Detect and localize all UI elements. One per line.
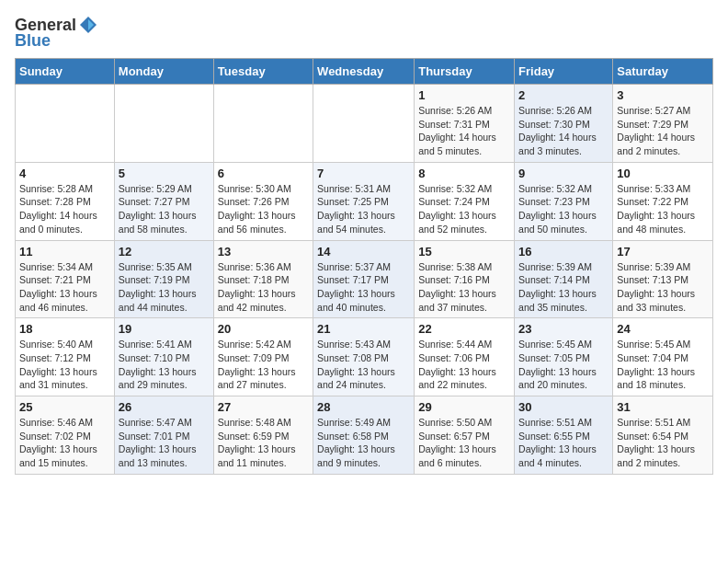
day-info: Sunrise: 5:37 AM Sunset: 7:17 PM Dayligh… (317, 260, 410, 315)
day-number: 1 (418, 88, 510, 102)
day-number: 18 (19, 322, 110, 336)
calendar-cell: 5Sunrise: 5:29 AM Sunset: 7:27 PM Daylig… (114, 162, 213, 240)
day-info: Sunrise: 5:43 AM Sunset: 7:08 PM Dayligh… (317, 338, 410, 392)
logo: General Blue (15, 15, 98, 51)
day-info: Sunrise: 5:31 AM Sunset: 7:25 PM Dayligh… (317, 182, 410, 236)
day-info: Sunrise: 5:38 AM Sunset: 7:16 PM Dayligh… (418, 260, 510, 315)
day-number: 29 (418, 400, 510, 414)
calendar-header-row: SundayMondayTuesdayWednesdayThursdayFrid… (16, 59, 713, 85)
calendar-cell: 15Sunrise: 5:38 AM Sunset: 7:16 PM Dayli… (415, 240, 515, 318)
day-number: 28 (317, 400, 410, 414)
calendar-cell: 16Sunrise: 5:39 AM Sunset: 7:14 PM Dayli… (515, 240, 613, 318)
day-info: Sunrise: 5:51 AM Sunset: 6:54 PM Dayligh… (617, 416, 709, 470)
day-info: Sunrise: 5:50 AM Sunset: 6:57 PM Dayligh… (418, 416, 510, 470)
day-info: Sunrise: 5:34 AM Sunset: 7:21 PM Dayligh… (19, 260, 110, 315)
calendar-cell: 27Sunrise: 5:48 AM Sunset: 6:59 PM Dayli… (213, 396, 313, 475)
calendar-cell: 7Sunrise: 5:31 AM Sunset: 7:25 PM Daylig… (313, 162, 415, 240)
calendar-cell: 24Sunrise: 5:45 AM Sunset: 7:04 PM Dayli… (613, 318, 713, 396)
calendar-cell: 6Sunrise: 5:30 AM Sunset: 7:26 PM Daylig… (213, 162, 313, 240)
day-info: Sunrise: 5:44 AM Sunset: 7:06 PM Dayligh… (418, 338, 510, 392)
day-info: Sunrise: 5:30 AM Sunset: 7:26 PM Dayligh… (218, 182, 309, 236)
day-number: 15 (418, 245, 510, 259)
day-info: Sunrise: 5:47 AM Sunset: 7:01 PM Dayligh… (119, 416, 210, 470)
day-number: 5 (119, 167, 210, 180)
calendar-cell: 3Sunrise: 5:27 AM Sunset: 7:29 PM Daylig… (613, 85, 713, 163)
calendar-cell (213, 85, 313, 163)
day-info: Sunrise: 5:27 AM Sunset: 7:29 PM Dayligh… (617, 104, 709, 158)
day-number: 24 (617, 322, 709, 336)
day-number: 11 (19, 245, 110, 259)
calendar-cell: 10Sunrise: 5:33 AM Sunset: 7:22 PM Dayli… (613, 162, 713, 240)
day-header-sunday: Sunday (16, 59, 115, 85)
day-info: Sunrise: 5:29 AM Sunset: 7:27 PM Dayligh… (119, 182, 210, 236)
day-number: 23 (518, 322, 609, 336)
day-number: 27 (218, 400, 309, 414)
day-number: 20 (218, 322, 309, 336)
day-header-thursday: Thursday (415, 59, 515, 85)
calendar-cell: 22Sunrise: 5:44 AM Sunset: 7:06 PM Dayli… (415, 318, 515, 396)
day-info: Sunrise: 5:45 AM Sunset: 7:05 PM Dayligh… (518, 338, 609, 392)
day-info: Sunrise: 5:51 AM Sunset: 6:55 PM Dayligh… (518, 416, 609, 470)
day-info: Sunrise: 5:26 AM Sunset: 7:31 PM Dayligh… (418, 104, 510, 158)
day-header-friday: Friday (515, 59, 613, 85)
day-number: 14 (317, 245, 410, 259)
day-number: 8 (418, 167, 510, 180)
calendar-cell: 13Sunrise: 5:36 AM Sunset: 7:18 PM Dayli… (213, 240, 313, 318)
calendar-cell: 12Sunrise: 5:35 AM Sunset: 7:19 PM Dayli… (114, 240, 213, 318)
calendar-cell: 20Sunrise: 5:42 AM Sunset: 7:09 PM Dayli… (213, 318, 313, 396)
calendar-cell: 29Sunrise: 5:50 AM Sunset: 6:57 PM Dayli… (415, 396, 515, 475)
calendar-cell: 11Sunrise: 5:34 AM Sunset: 7:21 PM Dayli… (16, 240, 115, 318)
day-info: Sunrise: 5:48 AM Sunset: 6:59 PM Dayligh… (218, 416, 309, 470)
day-info: Sunrise: 5:42 AM Sunset: 7:09 PM Dayligh… (218, 338, 309, 392)
calendar: SundayMondayTuesdayWednesdayThursdayFrid… (15, 58, 713, 475)
day-number: 4 (19, 167, 110, 180)
day-info: Sunrise: 5:32 AM Sunset: 7:23 PM Dayligh… (518, 182, 609, 236)
calendar-cell: 19Sunrise: 5:41 AM Sunset: 7:10 PM Dayli… (114, 318, 213, 396)
day-info: Sunrise: 5:33 AM Sunset: 7:22 PM Dayligh… (617, 182, 709, 236)
day-info: Sunrise: 5:36 AM Sunset: 7:18 PM Dayligh… (218, 260, 309, 315)
day-header-wednesday: Wednesday (313, 59, 415, 85)
calendar-week-row: 1Sunrise: 5:26 AM Sunset: 7:31 PM Daylig… (16, 85, 713, 163)
logo-blue: Blue (15, 31, 51, 51)
calendar-cell: 26Sunrise: 5:47 AM Sunset: 7:01 PM Dayli… (114, 396, 213, 475)
day-info: Sunrise: 5:28 AM Sunset: 7:28 PM Dayligh… (19, 182, 110, 236)
day-number: 16 (518, 245, 609, 259)
day-number: 6 (218, 167, 309, 180)
calendar-cell: 8Sunrise: 5:32 AM Sunset: 7:24 PM Daylig… (415, 162, 515, 240)
calendar-cell: 30Sunrise: 5:51 AM Sunset: 6:55 PM Dayli… (515, 396, 613, 475)
day-number: 10 (617, 167, 709, 180)
day-info: Sunrise: 5:39 AM Sunset: 7:13 PM Dayligh… (617, 260, 709, 315)
day-info: Sunrise: 5:26 AM Sunset: 7:30 PM Dayligh… (518, 104, 609, 158)
day-info: Sunrise: 5:45 AM Sunset: 7:04 PM Dayligh… (617, 338, 709, 392)
day-number: 22 (418, 322, 510, 336)
day-number: 9 (518, 167, 609, 180)
day-info: Sunrise: 5:35 AM Sunset: 7:19 PM Dayligh… (119, 260, 210, 315)
day-number: 3 (617, 88, 709, 102)
day-number: 7 (317, 167, 410, 180)
day-number: 13 (218, 245, 309, 259)
calendar-cell: 1Sunrise: 5:26 AM Sunset: 7:31 PM Daylig… (415, 85, 515, 163)
day-header-monday: Monday (114, 59, 213, 85)
calendar-cell: 4Sunrise: 5:28 AM Sunset: 7:28 PM Daylig… (16, 162, 115, 240)
calendar-cell (114, 85, 213, 163)
day-number: 26 (119, 400, 210, 414)
day-info: Sunrise: 5:40 AM Sunset: 7:12 PM Dayligh… (19, 338, 110, 392)
calendar-week-row: 25Sunrise: 5:46 AM Sunset: 7:02 PM Dayli… (16, 396, 713, 475)
calendar-cell (313, 85, 415, 163)
calendar-cell: 21Sunrise: 5:43 AM Sunset: 7:08 PM Dayli… (313, 318, 415, 396)
day-number: 21 (317, 322, 410, 336)
calendar-cell: 31Sunrise: 5:51 AM Sunset: 6:54 PM Dayli… (613, 396, 713, 475)
calendar-cell: 17Sunrise: 5:39 AM Sunset: 7:13 PM Dayli… (613, 240, 713, 318)
calendar-cell (16, 85, 115, 163)
day-number: 31 (617, 400, 709, 414)
day-number: 19 (119, 322, 210, 336)
day-header-tuesday: Tuesday (213, 59, 313, 85)
calendar-cell: 14Sunrise: 5:37 AM Sunset: 7:17 PM Dayli… (313, 240, 415, 318)
day-number: 25 (19, 400, 110, 414)
calendar-cell: 9Sunrise: 5:32 AM Sunset: 7:23 PM Daylig… (515, 162, 613, 240)
day-info: Sunrise: 5:39 AM Sunset: 7:14 PM Dayligh… (518, 260, 609, 315)
day-number: 2 (518, 88, 609, 102)
calendar-week-row: 11Sunrise: 5:34 AM Sunset: 7:21 PM Dayli… (16, 240, 713, 318)
day-info: Sunrise: 5:32 AM Sunset: 7:24 PM Dayligh… (418, 182, 510, 236)
calendar-cell: 25Sunrise: 5:46 AM Sunset: 7:02 PM Dayli… (16, 396, 115, 475)
